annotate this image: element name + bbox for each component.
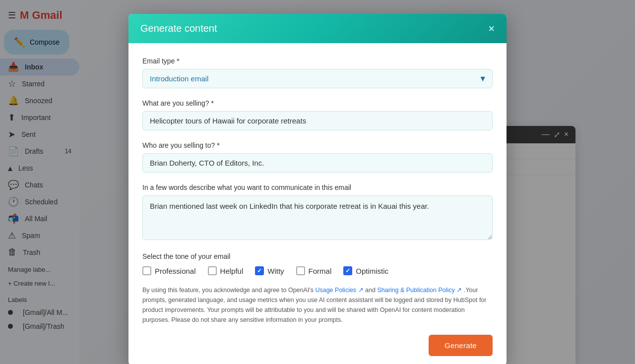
email-type-group: Email type * Introduction email Follow-u… bbox=[142, 57, 493, 88]
helpful-checkbox[interactable] bbox=[208, 266, 217, 275]
generate-button[interactable]: Generate bbox=[429, 335, 493, 356]
modal-body: Email type * Introduction email Follow-u… bbox=[128, 43, 507, 364]
selling-required: * bbox=[211, 99, 214, 107]
communicate-textarea[interactable]: Brian mentioned last week on LinkedIn th… bbox=[142, 195, 493, 240]
tone-option-formal[interactable]: Formal bbox=[296, 266, 332, 275]
tone-options: Professional Helpful Witty Formal Optimi bbox=[142, 266, 493, 275]
required-marker: * bbox=[177, 57, 179, 65]
modal-close-button[interactable]: × bbox=[488, 23, 495, 34]
professional-checkbox[interactable] bbox=[142, 266, 151, 275]
witty-checkbox[interactable] bbox=[255, 266, 264, 275]
optimistic-checkbox[interactable] bbox=[343, 266, 352, 275]
tone-label: Select the tone of your email bbox=[142, 252, 493, 260]
selling-to-required: * bbox=[217, 141, 219, 149]
tone-option-professional[interactable]: Professional bbox=[142, 266, 196, 275]
generate-content-modal: Generate content × Email type * Introduc… bbox=[128, 14, 507, 364]
modal-footer: Generate bbox=[142, 335, 493, 356]
communicate-group: In a few words describe what you want to… bbox=[142, 183, 493, 242]
disclaimer-text: By using this feature, you acknowledge a… bbox=[142, 285, 493, 325]
witty-label: Witty bbox=[267, 267, 284, 275]
tone-section: Select the tone of your email Profession… bbox=[142, 252, 493, 275]
professional-label: Professional bbox=[155, 267, 196, 275]
tone-option-helpful[interactable]: Helpful bbox=[208, 266, 244, 275]
communicate-label: In a few words describe what you want to… bbox=[142, 183, 493, 191]
selling-to-label: Who are you selling to? * bbox=[142, 141, 493, 149]
selling-to-group: Who are you selling to? * bbox=[142, 141, 493, 173]
formal-label: Formal bbox=[309, 267, 332, 275]
selling-group: What are you selling? * bbox=[142, 99, 493, 130]
helpful-label: Helpful bbox=[220, 267, 244, 275]
formal-checkbox[interactable] bbox=[296, 266, 305, 275]
sharing-policy-link[interactable]: Sharing & Publication Policy ↗ bbox=[377, 287, 462, 294]
modal-title: Generate content bbox=[140, 23, 217, 34]
email-type-select[interactable]: Introduction email Follow-up email Cold … bbox=[142, 69, 493, 88]
selling-label: What are you selling? * bbox=[142, 99, 493, 107]
tone-option-optimistic[interactable]: Optimistic bbox=[343, 266, 388, 275]
modal-header: Generate content × bbox=[128, 14, 507, 43]
tone-option-witty[interactable]: Witty bbox=[255, 266, 284, 275]
email-type-label: Email type * bbox=[142, 57, 493, 65]
optimistic-label: Optimistic bbox=[356, 267, 388, 275]
usage-policies-link[interactable]: Usage Policies ↗ bbox=[315, 287, 363, 294]
selling-input[interactable] bbox=[142, 111, 493, 130]
selling-to-input[interactable] bbox=[142, 153, 493, 173]
email-type-select-wrapper: Introduction email Follow-up email Cold … bbox=[142, 69, 493, 88]
